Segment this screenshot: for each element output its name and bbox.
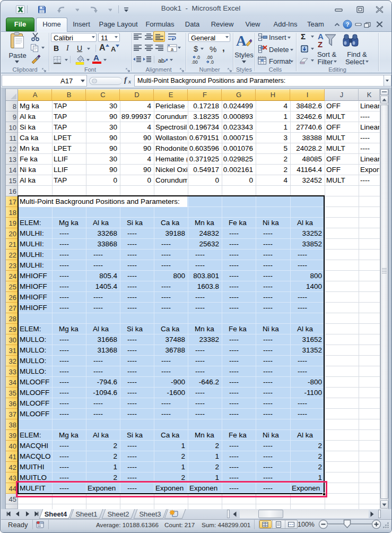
svg-text:.00: .00: [191, 59, 198, 64]
svg-text:ab: ab: [158, 57, 164, 64]
svg-text:Z: Z: [318, 40, 323, 48]
svg-text:a: a: [171, 47, 173, 52]
svg-text:?: ?: [346, 21, 350, 28]
svg-text:.0: .0: [210, 59, 214, 64]
svg-text:A: A: [236, 33, 247, 49]
